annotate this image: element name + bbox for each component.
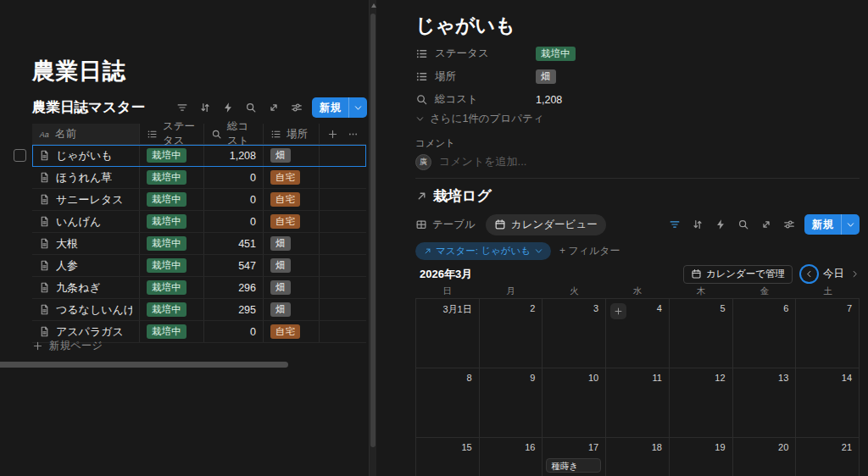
- row-place-cell[interactable]: 自宅: [263, 189, 319, 210]
- property-row[interactable]: ステータス栽培中: [415, 42, 860, 65]
- calendar-day-cell[interactable]: 16: [479, 438, 542, 476]
- row-name-cell[interactable]: じゃがいも: [32, 145, 139, 166]
- new-button-dropdown[interactable]: [842, 220, 860, 230]
- row-status-cell[interactable]: 栽培中: [139, 255, 203, 276]
- calendar-day-cell[interactable]: 18: [605, 438, 669, 476]
- scrollbar-up-arrow-icon[interactable]: [371, 3, 376, 8]
- calendar-day-cell[interactable]: 15: [415, 438, 479, 476]
- prev-month-button[interactable]: [801, 266, 817, 282]
- calendar-day-cell[interactable]: 8: [415, 368, 479, 437]
- table-row[interactable]: サニーレタス栽培中0自宅: [32, 189, 366, 211]
- expand-icon[interactable]: [268, 102, 280, 113]
- row-cost-cell[interactable]: 547: [203, 255, 263, 276]
- row-name-cell[interactable]: ほうれん草: [32, 167, 139, 188]
- more-properties-button[interactable]: さらに1件のプロパティ: [415, 112, 544, 126]
- sort-icon[interactable]: [199, 102, 211, 113]
- calendar-day-cell[interactable]: 21: [795, 438, 860, 476]
- row-cost-cell[interactable]: 0: [203, 211, 263, 232]
- calendar-day-cell[interactable]: 3月1日: [415, 299, 479, 368]
- calendar-day-cell[interactable]: 12: [669, 368, 732, 437]
- tab-table-view[interactable]: テーブル: [415, 218, 476, 232]
- row-checkbox[interactable]: [14, 149, 26, 162]
- tab-calendar-view[interactable]: カレンダービュー: [486, 214, 606, 235]
- new-button[interactable]: 新規: [804, 214, 860, 235]
- manage-calendar-button[interactable]: カレンダーで管理: [683, 265, 793, 284]
- calendar-event[interactable]: 種蒔き: [546, 458, 601, 473]
- today-button[interactable]: 今日: [823, 267, 844, 281]
- row-status-cell[interactable]: 栽培中: [139, 145, 203, 166]
- comment-input[interactable]: 廣 コメントを追加...: [415, 152, 526, 171]
- row-cost-cell[interactable]: 1,208: [203, 145, 263, 166]
- sort-icon[interactable]: [692, 219, 704, 230]
- search-icon[interactable]: [737, 219, 749, 230]
- table-row[interactable]: つるなしいんげん栽培中295畑: [32, 299, 366, 321]
- new-page-button[interactable]: 新規ページ: [32, 335, 366, 357]
- calendar-day-cell[interactable]: 9: [479, 368, 542, 437]
- search-icon[interactable]: [245, 102, 257, 113]
- row-place-cell[interactable]: 自宅: [263, 167, 319, 188]
- filter-icon[interactable]: [176, 102, 188, 113]
- filter-icon[interactable]: [669, 219, 681, 230]
- row-place-cell[interactable]: 畑: [263, 145, 319, 166]
- table-row[interactable]: いんげん栽培中0自宅: [32, 211, 366, 233]
- table-row[interactable]: ほうれん草栽培中0自宅: [32, 167, 366, 189]
- row-name-cell[interactable]: 大根: [32, 233, 139, 254]
- calendar-day-cell[interactable]: 6: [732, 299, 796, 368]
- calendar-day-cell[interactable]: 4: [605, 299, 669, 368]
- row-place-cell[interactable]: 畑: [263, 255, 319, 276]
- row-status-cell[interactable]: 栽培中: [139, 211, 203, 232]
- filter-chip[interactable]: マスター: じゃがいも: [415, 242, 551, 260]
- row-name-cell[interactable]: 人参: [32, 255, 139, 276]
- more-options-icon[interactable]: [348, 129, 359, 140]
- column-header-cost[interactable]: 総コスト: [203, 124, 263, 144]
- calendar-day-cell[interactable]: 5: [669, 299, 732, 368]
- column-header-place[interactable]: 場所: [263, 124, 319, 144]
- new-button[interactable]: 新規: [312, 97, 367, 118]
- column-header-status[interactable]: ステータス: [139, 124, 203, 144]
- row-cost-cell[interactable]: 295: [203, 299, 263, 320]
- table-row[interactable]: 人参栽培中547畑: [32, 255, 366, 277]
- row-name-cell[interactable]: 九条ねぎ: [32, 277, 139, 298]
- column-header-name[interactable]: Aa 名前: [32, 124, 139, 144]
- automation-icon[interactable]: [222, 102, 234, 113]
- calendar-day-cell[interactable]: 13: [732, 368, 796, 437]
- add-column-icon[interactable]: [327, 129, 338, 140]
- row-status-cell[interactable]: 栽培中: [139, 167, 203, 188]
- row-status-cell[interactable]: 栽培中: [139, 299, 203, 320]
- row-place-cell[interactable]: 畑: [263, 233, 319, 254]
- row-name-cell[interactable]: いんげん: [32, 211, 139, 232]
- calendar-day-cell[interactable]: 10: [542, 368, 605, 437]
- row-name-cell[interactable]: サニーレタス: [32, 189, 139, 210]
- row-name-cell[interactable]: つるなしいんげん: [32, 299, 139, 320]
- calendar-day-cell[interactable]: 17種蒔き: [542, 438, 605, 476]
- row-cost-cell[interactable]: 451: [203, 233, 263, 254]
- property-row[interactable]: 総コスト1,208: [415, 88, 860, 111]
- row-status-cell[interactable]: 栽培中: [139, 189, 203, 210]
- database-title[interactable]: 農業日誌マスター: [32, 98, 145, 117]
- calendar-day-cell[interactable]: 3: [542, 299, 605, 368]
- vertical-scrollbar-thumb[interactable]: [370, 14, 376, 447]
- automation-icon[interactable]: [715, 219, 726, 230]
- calendar-day-cell[interactable]: 19: [669, 438, 732, 476]
- row-cost-cell[interactable]: 0: [203, 167, 263, 188]
- calendar-day-cell[interactable]: 11: [605, 368, 669, 437]
- calendar-day-cell[interactable]: 14: [795, 368, 860, 437]
- next-month-button[interactable]: [850, 269, 860, 279]
- view-options-icon[interactable]: [783, 219, 795, 230]
- new-button-dropdown[interactable]: [349, 103, 367, 113]
- record-title[interactable]: じゃがいも: [415, 13, 515, 39]
- view-options-icon[interactable]: [291, 102, 303, 113]
- row-place-cell[interactable]: 自宅: [263, 211, 319, 232]
- row-status-cell[interactable]: 栽培中: [139, 233, 203, 254]
- calendar-day-cell[interactable]: 2: [479, 299, 542, 368]
- row-status-cell[interactable]: 栽培中: [139, 277, 203, 298]
- row-place-cell[interactable]: 畑: [263, 299, 319, 320]
- row-place-cell[interactable]: 畑: [263, 277, 319, 298]
- horizontal-scrollbar-thumb[interactable]: [0, 362, 288, 368]
- calendar-day-cell[interactable]: 7: [795, 299, 860, 368]
- row-cost-cell[interactable]: 296: [203, 277, 263, 298]
- table-row[interactable]: 九条ねぎ栽培中296畑: [32, 277, 366, 299]
- table-row[interactable]: じゃがいも栽培中1,208畑: [32, 145, 366, 167]
- calendar-day-cell[interactable]: 20: [732, 438, 796, 476]
- expand-icon[interactable]: [760, 219, 772, 230]
